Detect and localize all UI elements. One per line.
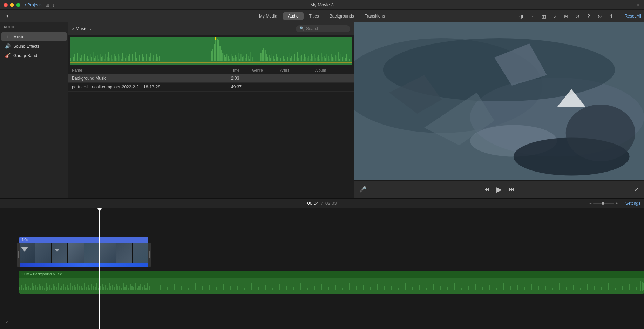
svg-rect-181 (33, 286, 34, 290)
skip-forward-button[interactable]: ⏭ (509, 186, 514, 193)
svg-rect-262 (258, 287, 259, 290)
svg-rect-260 (244, 288, 245, 290)
question-icon[interactable]: ? (584, 11, 594, 21)
info-icon[interactable]: ℹ (606, 11, 616, 21)
svg-rect-102 (270, 58, 271, 61)
timeline-area: 00:04 / 02:03 − + Settings 4.0s – (0, 198, 644, 329)
svg-rect-258 (230, 286, 231, 290)
svg-rect-11 (84, 54, 85, 61)
svg-rect-39 (124, 57, 124, 61)
sidebar-sound-label: Sound Effects (13, 44, 40, 49)
file-row[interactable]: partnership-call-composer-2022-2-2__18-1… (68, 83, 354, 92)
svg-rect-117 (291, 56, 292, 61)
trim-handle-left[interactable] (17, 243, 20, 267)
svg-rect-210 (84, 283, 85, 290)
svg-rect-207 (79, 286, 80, 290)
svg-rect-86 (240, 54, 241, 61)
svg-rect-79 (231, 54, 231, 61)
sound-effects-icon: 🔊 (5, 43, 11, 49)
chart-icon[interactable]: ⊠ (561, 11, 571, 21)
zoom-plus-icon[interactable]: + (616, 201, 618, 206)
zoom-control: − + (589, 201, 618, 206)
expand-button[interactable]: ⤢ (635, 187, 639, 192)
speed-icon[interactable]: ⊙ (572, 11, 582, 21)
col-album: Album (315, 68, 350, 72)
settings-button[interactable]: Settings (625, 201, 640, 206)
video-icon[interactable]: ▦ (539, 11, 549, 21)
svg-rect-126 (304, 54, 305, 61)
svg-rect-180 (32, 283, 33, 290)
col-genre: Genre (252, 68, 280, 72)
share-icon[interactable]: ⬆ (636, 2, 640, 7)
music-dropdown[interactable]: ♪ Music ⌄ (72, 26, 93, 31)
search-input[interactable] (306, 26, 345, 31)
svg-rect-209 (82, 288, 83, 290)
svg-rect-108 (279, 56, 279, 61)
magic-wand-icon[interactable]: ✦ (3, 12, 12, 21)
svg-rect-250 (174, 284, 175, 290)
svg-rect-132 (312, 56, 313, 61)
svg-rect-106 (276, 54, 277, 61)
svg-rect-225 (110, 286, 111, 290)
svg-rect-160 (215, 37, 216, 40)
svg-rect-13 (87, 56, 88, 61)
zoom-minus-icon[interactable]: − (589, 201, 591, 206)
projects-button[interactable]: ‹ Projects (25, 2, 42, 7)
svg-rect-119 (294, 54, 295, 61)
content-header: ♪ Music ⌄ 🔍 (68, 22, 354, 35)
audio-waveform-bar[interactable] (19, 278, 644, 294)
svg-rect-294 (482, 287, 483, 290)
svg-rect-144 (330, 59, 330, 61)
svg-rect-25 (104, 59, 104, 61)
layout-icon[interactable]: ⊞ (45, 2, 49, 8)
file-row[interactable]: Background Music 2:03 (68, 74, 354, 83)
svg-rect-156 (346, 54, 347, 61)
svg-rect-73 (222, 53, 223, 61)
nav-titles[interactable]: Titles (304, 12, 324, 20)
minimize-button[interactable] (10, 3, 14, 7)
svg-rect-206 (77, 284, 78, 290)
svg-rect-41 (127, 55, 127, 61)
zoom-slider[interactable] (593, 203, 614, 204)
col-artist: Artist (280, 68, 315, 72)
svg-rect-91 (248, 56, 249, 61)
svg-rect-311 (601, 287, 602, 290)
reset-all-button[interactable]: Reset All (625, 14, 641, 19)
svg-rect-308 (580, 288, 581, 290)
svg-rect-89 (245, 58, 245, 61)
share2-icon[interactable]: ⊙ (595, 11, 605, 21)
svg-rect-177 (26, 287, 27, 290)
svg-rect-46 (134, 57, 134, 61)
microphone-button[interactable]: 🎤 (359, 186, 366, 193)
fullscreen-button[interactable] (16, 3, 20, 7)
play-button[interactable]: ▶ (496, 185, 502, 194)
svg-rect-213 (89, 288, 90, 290)
sidebar-item-sound-effects[interactable]: 🔊 Sound Effects (1, 42, 67, 51)
svg-rect-142 (327, 54, 327, 61)
video-filmstrip[interactable] (19, 243, 148, 263)
svg-rect-98 (265, 50, 266, 61)
sidebar-item-music[interactable]: ♪ Music (1, 32, 67, 41)
svg-rect-148 (335, 55, 336, 61)
svg-rect-310 (594, 286, 595, 290)
audio-vol-icon[interactable]: ♪ (550, 11, 560, 21)
skip-back-button[interactable]: ⏮ (484, 186, 489, 193)
crop-icon[interactable]: ⊡ (528, 11, 537, 21)
svg-rect-56 (148, 56, 148, 61)
trim-handle-right[interactable] (148, 243, 151, 267)
nav-transitions[interactable]: Transitions (360, 12, 390, 20)
nav-my-media[interactable]: My Media (254, 12, 282, 20)
close-button[interactable] (4, 3, 8, 7)
color-icon[interactable]: ◑ (516, 11, 526, 21)
svg-rect-259 (237, 286, 238, 290)
svg-rect-289 (447, 287, 448, 290)
svg-rect-287 (433, 284, 434, 290)
sidebar-item-garageband[interactable]: 🎸 GarageBand (1, 51, 67, 60)
nav-audio[interactable]: Audio (283, 12, 304, 20)
svg-rect-276 (356, 286, 357, 290)
down-arrow-icon[interactable]: ↓ (52, 2, 55, 8)
svg-rect-271 (321, 284, 322, 290)
svg-rect-281 (391, 286, 392, 290)
svg-rect-248 (160, 285, 161, 290)
nav-backgrounds[interactable]: Backgrounds (325, 12, 359, 20)
